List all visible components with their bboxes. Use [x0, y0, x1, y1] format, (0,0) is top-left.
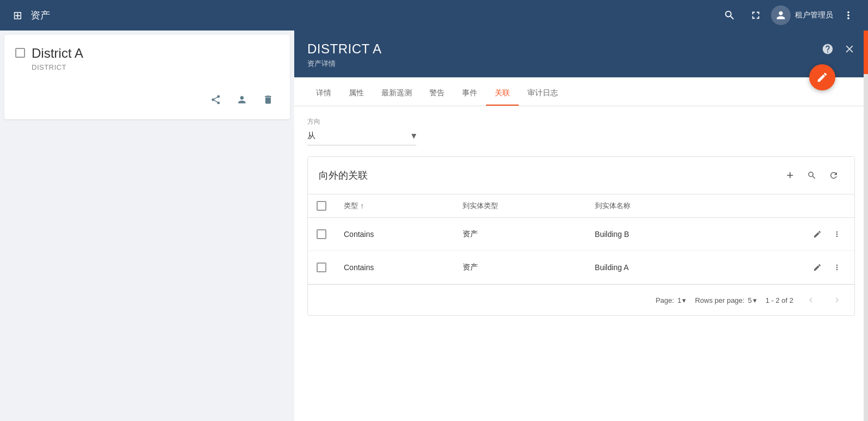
- asset-card-header: District A: [15, 46, 279, 61]
- asset-card-actions: [15, 89, 279, 111]
- row1-more-button[interactable]: [828, 225, 846, 243]
- main-layout: District A DISTRICT DISTRICT A 资产详情: [0, 30, 868, 421]
- refresh-relations-button[interactable]: [824, 166, 843, 185]
- row2-actions: [718, 251, 854, 284]
- relations-title: 向外的关联: [319, 169, 368, 182]
- delete-button[interactable]: [257, 89, 279, 111]
- row1-type: Contains: [335, 218, 454, 251]
- direction-value: 从: [307, 131, 315, 141]
- row1-checkbox-cell: [308, 218, 335, 251]
- prev-page-button[interactable]: [802, 291, 820, 309]
- select-all-checkbox[interactable]: [317, 201, 326, 211]
- row1-edit-button[interactable]: [809, 225, 826, 243]
- page-value: 1: [677, 296, 681, 304]
- share-button[interactable]: [205, 89, 227, 111]
- rows-select[interactable]: 5 ▾: [748, 296, 756, 304]
- chevron-down-icon: ▾: [411, 130, 416, 142]
- table-header-row: 类型 ↑ 到实体类型 到实体名称: [308, 194, 854, 218]
- row2-type: Contains: [335, 251, 454, 284]
- rows-section: Rows per page: 5 ▾: [695, 296, 756, 304]
- tab-telemetry[interactable]: 最新遥测: [373, 82, 421, 106]
- tab-events[interactable]: 事件: [453, 82, 486, 106]
- right-panel: DISTRICT A 资产详情 详情 属性 最新遥测 警告 事件 关联 审计日志: [294, 30, 868, 421]
- panel-subtitle: 资产详情: [307, 59, 835, 69]
- row1-entity-name: Building B: [586, 218, 718, 251]
- asset-select-checkbox[interactable]: [15, 48, 25, 58]
- row2-entity-type: 资产: [454, 251, 586, 284]
- asset-title: District A: [32, 46, 83, 61]
- row2-checkbox-cell: [308, 251, 335, 284]
- help-button[interactable]: [818, 39, 837, 59]
- user-name: 租户管理员: [795, 10, 833, 20]
- user-section: 租户管理员: [771, 5, 833, 25]
- actions-column-header: [718, 194, 854, 218]
- panel-header-actions: [818, 39, 859, 59]
- direction-select[interactable]: 从 ▾: [307, 130, 416, 145]
- more-menu-button[interactable]: [837, 4, 859, 26]
- row2-more-button[interactable]: [828, 259, 846, 276]
- tabs-bar: 详情 属性 最新遥测 警告 事件 关联 审计日志: [294, 82, 868, 106]
- edit-fab-button[interactable]: [809, 64, 835, 90]
- panel-content: 方向 从 ▾ 向外的关联 +: [294, 106, 868, 421]
- rows-label: Rows per page:: [695, 296, 744, 304]
- relations-header-actions: +: [780, 166, 843, 185]
- fullscreen-button[interactable]: [745, 4, 767, 26]
- app-title: 资产: [31, 9, 50, 22]
- row2-checkbox[interactable]: [317, 263, 326, 272]
- table-row: Contains 资产 Building B: [308, 218, 854, 251]
- entity-type-column-header: 到实体类型: [454, 194, 586, 218]
- page-select[interactable]: 1 ▾: [677, 296, 686, 304]
- tab-attributes[interactable]: 属性: [340, 82, 373, 106]
- panel-header: DISTRICT A 资产详情: [294, 30, 868, 77]
- page-label: Page:: [655, 296, 674, 304]
- pagination: Page: 1 ▾ Rows per page: 5 ▾ 1 - 2 of: [308, 284, 854, 315]
- left-panel: District A DISTRICT: [0, 30, 294, 421]
- close-panel-button[interactable]: [840, 39, 859, 59]
- logo-icon: ⊞: [9, 7, 26, 24]
- scrollbar-track: [864, 30, 868, 421]
- asset-card: District A DISTRICT: [4, 35, 290, 119]
- tab-relations[interactable]: 关联: [486, 82, 519, 106]
- nav-actions: 租户管理员: [719, 4, 859, 26]
- page-chevron-icon: ▾: [682, 296, 686, 304]
- scrollbar-thumb[interactable]: [864, 30, 868, 74]
- tab-alerts[interactable]: 警告: [421, 82, 453, 106]
- row1-checkbox[interactable]: [317, 229, 326, 239]
- relations-table: 类型 ↑ 到实体类型 到实体名称: [308, 194, 854, 284]
- row2-edit-button[interactable]: [809, 259, 826, 276]
- sort-icon: ↑: [360, 202, 364, 210]
- pagination-range: 1 - 2 of 2: [766, 296, 793, 304]
- tab-details[interactable]: 详情: [307, 82, 340, 106]
- avatar: [771, 5, 791, 25]
- entity-name-column-header: 到实体名称: [586, 194, 718, 218]
- page-section: Page: 1 ▾: [655, 296, 686, 304]
- type-column-header[interactable]: 类型 ↑: [335, 194, 454, 218]
- direction-section: 方向 从 ▾: [307, 117, 855, 145]
- rows-value: 5: [748, 296, 751, 304]
- select-all-header: [308, 194, 335, 218]
- relations-header: 向外的关联 +: [308, 157, 854, 194]
- relations-section: 向外的关联 +: [307, 156, 855, 316]
- tab-audit[interactable]: 审计日志: [519, 82, 567, 106]
- row2-entity-name: Building A: [586, 251, 718, 284]
- top-nav: ⊞ 资产 租户管理员: [0, 0, 868, 30]
- panel-title: DISTRICT A: [307, 41, 835, 57]
- search-relations-button[interactable]: [802, 166, 822, 185]
- app-logo: ⊞ 资产: [9, 7, 50, 24]
- search-button[interactable]: [719, 4, 740, 26]
- rows-chevron-icon: ▾: [753, 296, 757, 304]
- add-relation-button[interactable]: +: [780, 166, 800, 185]
- row1-entity-type: 资产: [454, 218, 586, 251]
- direction-label: 方向: [307, 117, 855, 126]
- asset-type: DISTRICT: [32, 63, 279, 71]
- next-page-button[interactable]: [828, 291, 846, 309]
- table-row: Contains 资产 Building A: [308, 251, 854, 284]
- row1-actions: [718, 218, 854, 251]
- manage-button[interactable]: [231, 89, 253, 111]
